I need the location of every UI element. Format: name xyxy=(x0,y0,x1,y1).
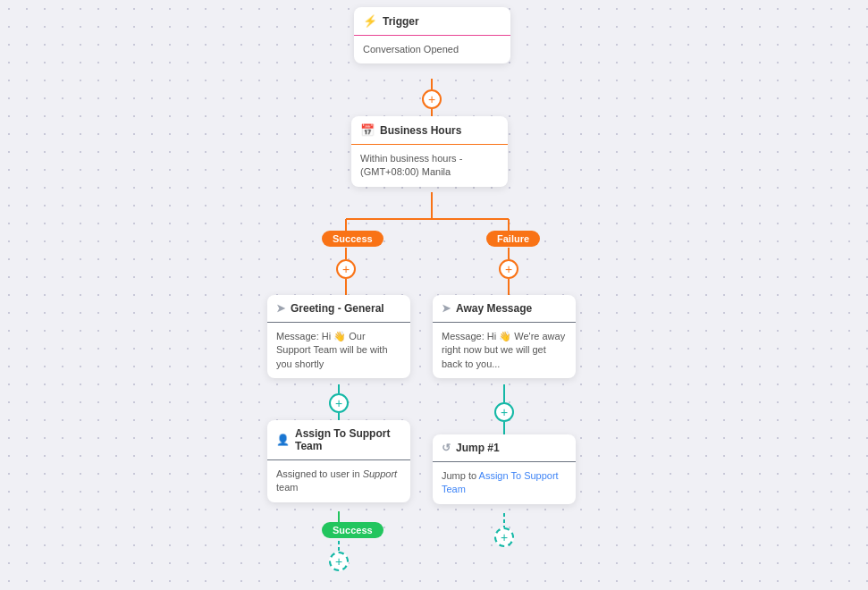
jump-card: ↺ Jump #1 Jump to Assign To Support Team xyxy=(433,434,576,504)
plus-icon-5: + xyxy=(501,405,508,419)
user-icon: 👤 xyxy=(276,434,290,446)
plus-button-6[interactable]: + xyxy=(329,552,349,571)
assign-italic: Support xyxy=(363,468,398,479)
refresh-icon: ↺ xyxy=(442,442,451,454)
trigger-title: Trigger xyxy=(383,15,419,28)
success-green-badge: Success xyxy=(322,522,383,538)
calendar-icon: 📅 xyxy=(360,123,375,137)
assign-card: 👤 Assign To Support Team Assigned to use… xyxy=(267,420,410,502)
business-hours-header: 📅 Business Hours xyxy=(351,116,508,145)
jump-prefix: Jump to xyxy=(442,470,479,481)
greeting-body-text: Message: Hi 👋 Our Support Team will be w… xyxy=(276,331,388,369)
greeting-card: ➤ Greeting - General Message: Hi 👋 Our S… xyxy=(267,295,410,378)
plus-icon-2: + xyxy=(342,262,350,276)
greeting-header: ➤ Greeting - General xyxy=(267,295,410,323)
plus-icon-7: + xyxy=(501,530,508,544)
plus-button-4[interactable]: + xyxy=(329,393,349,413)
business-hours-body: Within business hours - (GMT+08:00) Mani… xyxy=(351,145,508,187)
trigger-card: ⚡ Trigger Conversation Opened xyxy=(354,7,510,63)
plus-icon-6: + xyxy=(335,554,342,569)
assign-header: 👤 Assign To Support Team xyxy=(267,420,410,460)
trigger-icon: ⚡ xyxy=(363,14,377,28)
plus-button-5[interactable]: + xyxy=(494,402,514,422)
trigger-body-text: Conversation Opened xyxy=(363,44,459,55)
away-body: Message: Hi 👋 We're away right now but w… xyxy=(433,323,576,378)
plus-icon-3: + xyxy=(505,262,512,276)
away-body-text: Message: Hi 👋 We're away right now but w… xyxy=(442,331,565,369)
assign-suffix: team xyxy=(276,482,298,493)
business-hours-card: 📅 Business Hours Within business hours -… xyxy=(351,116,508,187)
plus-button-1[interactable]: + xyxy=(422,89,442,109)
greeting-title: Greeting - General xyxy=(291,302,384,315)
assign-prefix: Assigned to user in xyxy=(276,468,363,479)
send-icon-greeting: ➤ xyxy=(276,302,285,315)
jump-header: ↺ Jump #1 xyxy=(433,434,576,462)
failure-label: Failure xyxy=(486,231,540,247)
plus-button-7[interactable]: + xyxy=(494,527,514,547)
plus-icon-4: + xyxy=(335,396,342,410)
business-hours-body-text: Within business hours - (GMT+08:00) Mani… xyxy=(360,153,462,177)
away-header: ➤ Away Message xyxy=(433,295,576,323)
plus-button-3[interactable]: + xyxy=(499,259,518,279)
plus-icon-1: + xyxy=(428,92,435,106)
away-card: ➤ Away Message Message: Hi 👋 We're away … xyxy=(433,295,576,378)
success-label: Success xyxy=(322,231,383,247)
trigger-header: ⚡ Trigger xyxy=(354,7,510,36)
jump-body: Jump to Assign To Support Team xyxy=(433,462,576,504)
plus-button-2[interactable]: + xyxy=(336,259,356,279)
business-hours-title: Business Hours xyxy=(380,124,461,137)
greeting-body: Message: Hi 👋 Our Support Team will be w… xyxy=(267,323,410,378)
assign-body: Assigned to user in Support team xyxy=(267,460,410,502)
trigger-body: Conversation Opened xyxy=(354,36,510,63)
assign-title: Assign To Support Team xyxy=(295,427,401,452)
send-icon-away: ➤ xyxy=(442,302,451,315)
away-title: Away Message xyxy=(456,302,532,315)
jump-title: Jump #1 xyxy=(456,442,500,454)
